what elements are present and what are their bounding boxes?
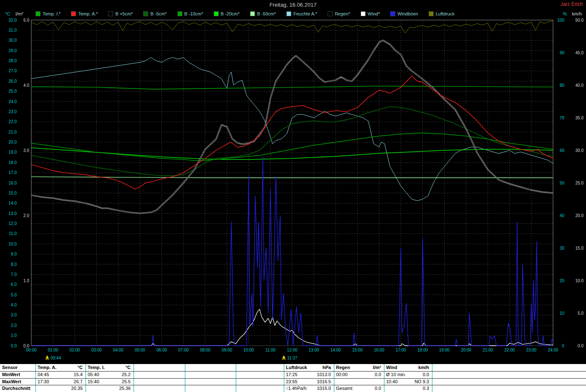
table-cell-col6-row1-value: 0.0 bbox=[375, 372, 381, 377]
table-header-col6-value: l/m² bbox=[373, 365, 381, 370]
table-header-col0: Temp. A.°C bbox=[38, 364, 83, 371]
table-cell-col5-row1-label: 17:25 bbox=[286, 372, 298, 377]
table-row-label-0-label: Sensor bbox=[2, 365, 18, 370]
tick-temp: 2.0 bbox=[11, 323, 17, 328]
weather-app-window: { "window": {"title": "Freitag, 16.06.20… bbox=[0, 0, 586, 392]
tick-temp: 0.0 bbox=[11, 344, 17, 348]
astro-marker-icon bbox=[45, 355, 49, 359]
tick-temp: 18.0 bbox=[9, 160, 17, 165]
stats-table: SensorMinWertMaxWertDurchschnittTemp. A.… bbox=[0, 364, 586, 392]
tick-temp: 25.0 bbox=[9, 89, 17, 94]
tick-percent: 10 bbox=[560, 311, 565, 316]
table-cell-col0-row2: 17:3026.7 bbox=[38, 378, 83, 385]
table-cell-col6-row3-value: 0.0 bbox=[375, 386, 381, 391]
tick-hour: 07:00 bbox=[178, 348, 189, 352]
tick-hour: 05:00 bbox=[135, 348, 145, 352]
tick-temp: 4.0 bbox=[11, 303, 17, 307]
table-cell-col1-row1-value: 25.2 bbox=[122, 372, 131, 377]
tick-rain: 4.0 bbox=[23, 83, 29, 88]
table-cell-col0-row2-value: 26.7 bbox=[74, 379, 83, 384]
tick-hour: 19:00 bbox=[439, 348, 450, 352]
tick-temp: 6.0 bbox=[11, 282, 17, 287]
tick-hour: 11:00 bbox=[265, 348, 276, 352]
table-cell-col7-row1-label: Ø 10 min. bbox=[386, 372, 406, 377]
tick-percent: 30 bbox=[560, 246, 565, 250]
table-cell-col1-row2-value: 25.5 bbox=[122, 379, 131, 384]
table-header-col6-label: Regen bbox=[336, 365, 350, 370]
tick-hour: 15:00 bbox=[352, 348, 363, 352]
series-b_m50 bbox=[31, 177, 553, 177]
table-cell-col1-row3: 25.36 bbox=[88, 385, 131, 392]
tick-wind: 20.0 bbox=[576, 213, 584, 218]
tick-hour: 24:00 bbox=[548, 348, 558, 352]
table-cell-col7-row3-value: 0.3 bbox=[423, 386, 429, 391]
tick-hour: 16:00 bbox=[374, 348, 384, 352]
table-row-label-2-label: MaxWert bbox=[2, 379, 21, 384]
tick-percent: 0 bbox=[562, 344, 564, 348]
table-cell-col6-row3: Gesamt:0.0 bbox=[336, 385, 381, 392]
tick-rain: 5.0 bbox=[23, 18, 29, 23]
tick-rain: 1.0 bbox=[23, 278, 29, 283]
table-cell-col5-row1: 17:251013.0 bbox=[286, 371, 331, 378]
table-cell-col6-row3-label: Gesamt: bbox=[336, 386, 354, 391]
table-cell-col0-row1-value: 15.4 bbox=[74, 372, 83, 377]
tick-hour: 03:00 bbox=[91, 348, 102, 352]
table-row-label-0: Sensor bbox=[2, 364, 35, 371]
series-b_p5 bbox=[31, 40, 553, 213]
tick-temp: 17.0 bbox=[9, 170, 17, 175]
table-cell-col0-row2-label: 17:30 bbox=[38, 379, 49, 384]
tick-temp: 24.0 bbox=[9, 99, 17, 104]
tick-hour: 09:00 bbox=[222, 348, 232, 352]
table-header-col1-value: °C bbox=[126, 365, 131, 370]
table-cell-col1-row1-label: 05:40 bbox=[88, 372, 99, 377]
tick-hour: 01:00 bbox=[48, 348, 58, 352]
tick-wind: 40.0 bbox=[576, 83, 584, 88]
table-header-col5-label: Luftdruck bbox=[286, 365, 307, 370]
table-header-col5: LuftdruckhPa bbox=[286, 364, 331, 371]
tick-hour: 13:00 bbox=[309, 348, 319, 352]
tick-temp: 1.0 bbox=[11, 333, 17, 338]
table-row-label-2: MaxWert bbox=[2, 378, 35, 385]
tick-wind: 5.0 bbox=[578, 311, 583, 316]
table-cell-col1-row2: 15:4025.5 bbox=[88, 378, 131, 385]
table-cell-col0-row1-label: 04:45 bbox=[38, 372, 49, 377]
tick-hour: 23:00 bbox=[526, 348, 536, 352]
tick-temp: 20.0 bbox=[9, 140, 17, 144]
tick-hour: 08:00 bbox=[200, 348, 210, 352]
table-header-col5-value: hPa bbox=[323, 365, 331, 370]
table-cell-col5-row3: ↑1.4hPa/h1015.0 bbox=[286, 385, 331, 392]
table-cell-col0-row1: 04:4515.4 bbox=[38, 371, 83, 378]
tick-temp: 21.0 bbox=[9, 130, 17, 134]
tick-hour: 22:00 bbox=[504, 348, 515, 352]
table-cell-col6-row1-label: 00:00 bbox=[336, 372, 348, 377]
series-feuchte bbox=[31, 58, 553, 201]
tick-hour: 06:00 bbox=[157, 348, 167, 352]
tick-wind: 50.0 bbox=[576, 18, 584, 23]
tick-percent: 60 bbox=[560, 148, 565, 153]
tick-wind: 15.0 bbox=[576, 246, 584, 250]
tick-percent: 50 bbox=[560, 181, 565, 185]
table-cell-col5-row2-label: 23:55 bbox=[286, 379, 298, 384]
tick-percent: 20 bbox=[560, 278, 565, 283]
tick-temp: 28.0 bbox=[9, 58, 17, 63]
table-header-col1-label: Temp. I. bbox=[88, 365, 105, 370]
table-cell-col7-row1-value: 0.0 bbox=[423, 372, 429, 377]
tick-temp: 12.0 bbox=[9, 221, 17, 226]
series-temp_i bbox=[31, 86, 553, 89]
astro-marker-time: 11:37 bbox=[287, 356, 298, 360]
table-cell-col7-row2-value: NO 9.3 bbox=[414, 379, 429, 384]
tick-temp: 7.0 bbox=[11, 272, 17, 277]
tick-hour: 04:00 bbox=[113, 348, 124, 352]
tick-wind: 35.0 bbox=[576, 116, 584, 120]
series-halo-b_p5 bbox=[31, 40, 553, 213]
table-row-label-3-label: Durchschnitt bbox=[2, 386, 30, 391]
tick-temp: 27.0 bbox=[9, 68, 17, 73]
tick-wind: 25.0 bbox=[576, 181, 584, 185]
table-cell-col7-row2-label: 10:40 bbox=[386, 379, 398, 384]
tick-hour: 12:00 bbox=[287, 348, 297, 352]
astro-marker-icon bbox=[282, 355, 285, 359]
tick-wind: 45.0 bbox=[576, 51, 584, 55]
tick-hour: 00:00 bbox=[26, 348, 36, 352]
tick-hour: 21:00 bbox=[482, 348, 493, 352]
tick-wind: 30.0 bbox=[576, 148, 584, 153]
